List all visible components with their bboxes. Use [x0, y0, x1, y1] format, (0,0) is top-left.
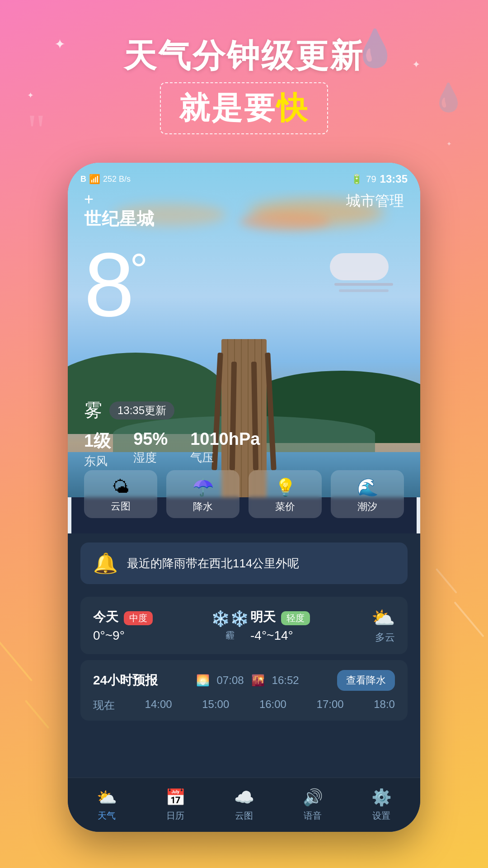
nav-cloud-map[interactable]: ☁️ 云图 — [210, 788, 278, 822]
cloud-map-label: 云图 — [111, 500, 131, 513]
subtitle-box: 就是要快 — [160, 82, 328, 134]
forecast-24h-title: 24小时预报 — [93, 672, 158, 689]
hour-1700: 17:00 — [317, 698, 344, 712]
action-vegetable-price[interactable]: 💡 菜价 — [249, 470, 322, 518]
weather-condition: 雾 13:35更新 — [84, 398, 174, 423]
humidity-label: 湿度 — [133, 450, 168, 466]
nav-settings[interactable]: ⚙️ 设置 — [347, 788, 416, 822]
today-forecast: 今天 中度 0°~9° — [93, 609, 210, 643]
weather-stats: 1级 东风 95% 湿度 1010hPa 气压 — [84, 429, 260, 469]
status-right: 🔋 79 13:35 — [351, 173, 408, 185]
action-cloud-map[interactable]: 🌤 云图 — [84, 470, 157, 518]
hour-label-1600: 16:00 — [259, 698, 286, 711]
clock: 13:35 — [380, 173, 408, 185]
nav-calendar-label: 日历 — [166, 810, 184, 822]
subtitle: 就是要快 — [179, 90, 309, 125]
slash-decoration-2 — [25, 700, 49, 729]
wind-direction: 东风 — [84, 453, 111, 469]
nav-voice-label: 语音 — [304, 810, 322, 822]
phone-frame: B 📶 252 B/s 🔋 79 13:35 + 世纪星城 城市管理 8° — [68, 163, 420, 832]
hour-label-1500: 15:00 — [202, 698, 229, 711]
nav-weather-icon: ⛅ — [97, 788, 117, 807]
wind-level: 1级 — [84, 429, 111, 453]
nav-weather-label: 天气 — [98, 810, 116, 822]
hour-1800: 18:0 — [374, 698, 395, 712]
battery-icon: 🔋 — [351, 174, 362, 184]
header-area: 天气分钟级更新 就是要快 — [0, 36, 488, 134]
forecast-divider: ❄️❄️ 霾 — [214, 609, 246, 642]
phone-inner: B 📶 252 B/s 🔋 79 13:35 + 世纪星城 城市管理 8° — [68, 163, 420, 832]
condition-text: 雾 — [84, 398, 102, 423]
tide-label: 潮汐 — [357, 500, 377, 514]
cloud-map-icon: 🌤 — [112, 477, 129, 497]
tomorrow-condition: ⛅ 多云 — [371, 607, 395, 644]
battery-level: 79 — [366, 174, 376, 184]
hour-label-1800: 18:0 — [374, 698, 395, 711]
nav-voice[interactable]: 🔊 语音 — [278, 788, 347, 822]
forecast-hours: 现在 14:00 15:00 16:00 17:00 18:0 — [93, 698, 395, 712]
divider-text: 霾 — [225, 629, 235, 642]
wifi-icon: 📶 — [89, 174, 100, 184]
hour-label-1400: 14:00 — [145, 698, 172, 711]
nav-cloud-map-icon: ☁️ — [234, 788, 254, 807]
partly-cloudy-icon: ⛅ — [371, 607, 395, 629]
data-icon: B — [80, 175, 86, 184]
hour-1600: 16:00 — [259, 698, 286, 712]
update-time-badge: 13:35更新 — [109, 401, 174, 420]
slash-decoration-4 — [436, 568, 457, 594]
hour-1500: 15:00 — [202, 698, 229, 712]
city-manage-button[interactable]: 城市管理 — [346, 191, 404, 211]
bottom-nav: ⛅ 天气 📅 日历 ☁️ 云图 🔊 语音 ⚙️ 设置 — [68, 778, 420, 832]
star-icon-4: ✦ — [446, 140, 452, 147]
slash-decoration-1 — [0, 639, 33, 681]
nav-left: + 世纪星城 — [84, 191, 155, 231]
hour-label-now: 现在 — [93, 698, 115, 712]
sunset-icon: 🌇 — [251, 674, 265, 687]
nav-weather[interactable]: ⛅ 天气 — [72, 788, 141, 822]
hour-now: 现在 — [93, 698, 115, 712]
quick-actions: 🌤 云图 ☂️ 降水 💡 菜价 🌊 潮汐 — [84, 470, 404, 518]
pressure-label: 气压 — [190, 450, 260, 466]
nav-calendar-icon: 📅 — [165, 788, 186, 807]
subtitle-highlight: 快 — [277, 90, 309, 125]
humidity-stat: 95% 湿度 — [133, 429, 168, 469]
humidity-value: 95% — [133, 429, 168, 449]
nav-calendar[interactable]: 📅 日历 — [141, 788, 210, 822]
temperature-value: 8° — [84, 234, 143, 335]
fog-line-2 — [339, 289, 389, 292]
hour-label-1700: 17:00 — [317, 698, 344, 711]
sunrise-icon: 🌅 — [196, 674, 210, 687]
action-tide[interactable]: 🌊 潮汐 — [331, 470, 404, 518]
cloud-shape — [330, 253, 389, 280]
rain-notification-text: 最近的降雨带在西北114公里外呢 — [127, 556, 395, 571]
check-rain-button[interactable]: 查看降水 — [337, 670, 395, 691]
sun-times: 🌅 07:08 🌇 16:52 — [196, 674, 299, 687]
today-header: 今天 中度 — [93, 609, 210, 626]
app-title: 天气分钟级更新 — [0, 36, 488, 75]
nav-cloud-map-label: 云图 — [235, 810, 253, 822]
pressure-value: 1010hPa — [190, 429, 260, 449]
vegetable-label: 菜价 — [275, 500, 295, 514]
nav-voice-icon: 🔊 — [303, 788, 323, 807]
sunrise-time: 07:08 — [217, 674, 244, 687]
slash-decoration-3 — [454, 601, 484, 637]
sunset-time: 16:52 — [272, 674, 299, 687]
action-rainfall[interactable]: ☂️ 降水 — [166, 470, 239, 518]
status-bar: B 📶 252 B/s 🔋 79 13:35 — [68, 163, 420, 190]
forecast-24h: 24小时预报 🌅 07:08 🌇 16:52 查看降水 现在 14:00 15:… — [80, 660, 408, 721]
tide-icon: 🌊 — [357, 477, 378, 497]
rainfall-icon: ☂️ — [192, 477, 214, 497]
temp-digits: 8 — [84, 234, 130, 335]
rain-notification: 🔔 最近的降雨带在西北114公里外呢 — [80, 542, 408, 584]
add-city-icon[interactable]: + — [84, 191, 155, 208]
current-city[interactable]: 世纪星城 — [84, 208, 155, 231]
tomorrow-badge: 轻度 — [281, 611, 310, 625]
forecast-row: 今天 中度 0°~9° ❄️❄️ 霾 明天 轻度 -4°~14° ⛅ 多云 — [80, 597, 408, 654]
hour-1400: 14:00 — [145, 698, 172, 712]
subtitle-prefix: 就是要 — [179, 90, 277, 125]
fog-line-1 — [334, 283, 393, 286]
temperature-display: 8° — [84, 240, 143, 330]
tomorrow-temp: -4°~14° — [250, 628, 367, 643]
degree-symbol: ° — [130, 244, 143, 295]
forecast-24h-header: 24小时预报 🌅 07:08 🌇 16:52 查看降水 — [93, 670, 395, 691]
